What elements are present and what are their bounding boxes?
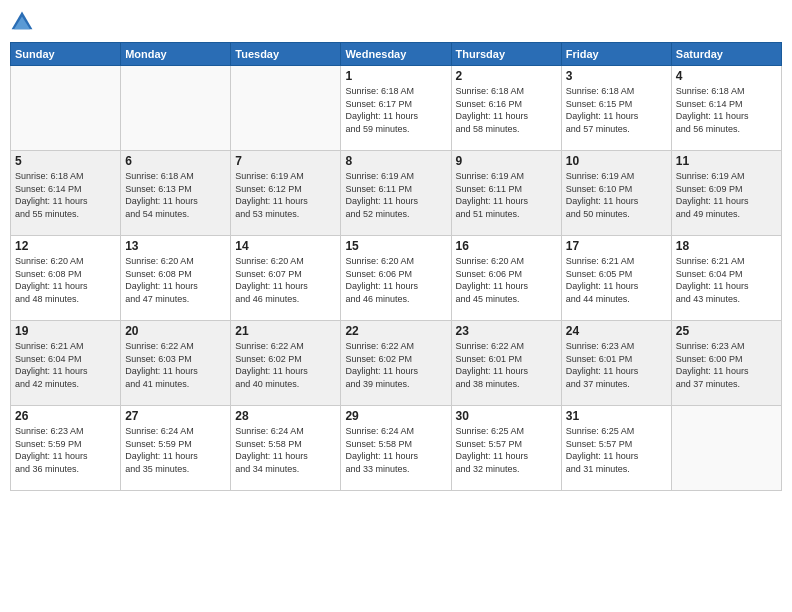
day-info: Sunrise: 6:22 AM Sunset: 6:03 PM Dayligh… (125, 340, 226, 390)
day-number: 10 (566, 154, 667, 168)
calendar-cell: 28Sunrise: 6:24 AM Sunset: 5:58 PM Dayli… (231, 406, 341, 491)
day-info: Sunrise: 6:20 AM Sunset: 6:08 PM Dayligh… (125, 255, 226, 305)
day-number: 2 (456, 69, 557, 83)
day-number: 29 (345, 409, 446, 423)
day-number: 19 (15, 324, 116, 338)
day-number: 27 (125, 409, 226, 423)
day-number: 24 (566, 324, 667, 338)
day-info: Sunrise: 6:24 AM Sunset: 5:58 PM Dayligh… (235, 425, 336, 475)
weekday-header: Saturday (671, 43, 781, 66)
day-number: 17 (566, 239, 667, 253)
calendar-cell: 12Sunrise: 6:20 AM Sunset: 6:08 PM Dayli… (11, 236, 121, 321)
day-info: Sunrise: 6:24 AM Sunset: 5:59 PM Dayligh… (125, 425, 226, 475)
calendar-cell: 3Sunrise: 6:18 AM Sunset: 6:15 PM Daylig… (561, 66, 671, 151)
calendar-cell: 26Sunrise: 6:23 AM Sunset: 5:59 PM Dayli… (11, 406, 121, 491)
calendar-header-row: SundayMondayTuesdayWednesdayThursdayFrid… (11, 43, 782, 66)
day-info: Sunrise: 6:18 AM Sunset: 6:13 PM Dayligh… (125, 170, 226, 220)
day-number: 31 (566, 409, 667, 423)
calendar-cell: 2Sunrise: 6:18 AM Sunset: 6:16 PM Daylig… (451, 66, 561, 151)
calendar-cell: 5Sunrise: 6:18 AM Sunset: 6:14 PM Daylig… (11, 151, 121, 236)
calendar-week-row: 19Sunrise: 6:21 AM Sunset: 6:04 PM Dayli… (11, 321, 782, 406)
day-info: Sunrise: 6:25 AM Sunset: 5:57 PM Dayligh… (566, 425, 667, 475)
day-info: Sunrise: 6:20 AM Sunset: 6:06 PM Dayligh… (456, 255, 557, 305)
day-number: 13 (125, 239, 226, 253)
day-info: Sunrise: 6:18 AM Sunset: 6:17 PM Dayligh… (345, 85, 446, 135)
day-number: 22 (345, 324, 446, 338)
day-info: Sunrise: 6:21 AM Sunset: 6:05 PM Dayligh… (566, 255, 667, 305)
day-info: Sunrise: 6:23 AM Sunset: 6:01 PM Dayligh… (566, 340, 667, 390)
day-info: Sunrise: 6:18 AM Sunset: 6:14 PM Dayligh… (15, 170, 116, 220)
weekday-header: Tuesday (231, 43, 341, 66)
calendar-cell: 30Sunrise: 6:25 AM Sunset: 5:57 PM Dayli… (451, 406, 561, 491)
day-info: Sunrise: 6:24 AM Sunset: 5:58 PM Dayligh… (345, 425, 446, 475)
day-info: Sunrise: 6:18 AM Sunset: 6:14 PM Dayligh… (676, 85, 777, 135)
calendar-week-row: 26Sunrise: 6:23 AM Sunset: 5:59 PM Dayli… (11, 406, 782, 491)
page: SundayMondayTuesdayWednesdayThursdayFrid… (0, 0, 792, 612)
calendar-cell: 16Sunrise: 6:20 AM Sunset: 6:06 PM Dayli… (451, 236, 561, 321)
day-number: 5 (15, 154, 116, 168)
calendar-cell: 10Sunrise: 6:19 AM Sunset: 6:10 PM Dayli… (561, 151, 671, 236)
day-info: Sunrise: 6:21 AM Sunset: 6:04 PM Dayligh… (15, 340, 116, 390)
calendar-cell (671, 406, 781, 491)
calendar-cell: 17Sunrise: 6:21 AM Sunset: 6:05 PM Dayli… (561, 236, 671, 321)
day-info: Sunrise: 6:22 AM Sunset: 6:02 PM Dayligh… (235, 340, 336, 390)
day-number: 26 (15, 409, 116, 423)
calendar-cell: 19Sunrise: 6:21 AM Sunset: 6:04 PM Dayli… (11, 321, 121, 406)
calendar-cell: 20Sunrise: 6:22 AM Sunset: 6:03 PM Dayli… (121, 321, 231, 406)
calendar-cell: 22Sunrise: 6:22 AM Sunset: 6:02 PM Dayli… (341, 321, 451, 406)
day-info: Sunrise: 6:21 AM Sunset: 6:04 PM Dayligh… (676, 255, 777, 305)
calendar-cell: 14Sunrise: 6:20 AM Sunset: 6:07 PM Dayli… (231, 236, 341, 321)
calendar-week-row: 1Sunrise: 6:18 AM Sunset: 6:17 PM Daylig… (11, 66, 782, 151)
day-number: 7 (235, 154, 336, 168)
day-number: 1 (345, 69, 446, 83)
day-number: 3 (566, 69, 667, 83)
weekday-header: Friday (561, 43, 671, 66)
day-info: Sunrise: 6:20 AM Sunset: 6:06 PM Dayligh… (345, 255, 446, 305)
day-info: Sunrise: 6:20 AM Sunset: 6:08 PM Dayligh… (15, 255, 116, 305)
day-info: Sunrise: 6:25 AM Sunset: 5:57 PM Dayligh… (456, 425, 557, 475)
calendar-cell: 27Sunrise: 6:24 AM Sunset: 5:59 PM Dayli… (121, 406, 231, 491)
calendar-cell (231, 66, 341, 151)
day-number: 15 (345, 239, 446, 253)
day-number: 21 (235, 324, 336, 338)
day-info: Sunrise: 6:19 AM Sunset: 6:11 PM Dayligh… (456, 170, 557, 220)
day-info: Sunrise: 6:20 AM Sunset: 6:07 PM Dayligh… (235, 255, 336, 305)
day-number: 12 (15, 239, 116, 253)
logo (10, 10, 36, 34)
calendar-cell: 1Sunrise: 6:18 AM Sunset: 6:17 PM Daylig… (341, 66, 451, 151)
weekday-header: Wednesday (341, 43, 451, 66)
day-info: Sunrise: 6:19 AM Sunset: 6:12 PM Dayligh… (235, 170, 336, 220)
day-info: Sunrise: 6:23 AM Sunset: 5:59 PM Dayligh… (15, 425, 116, 475)
day-number: 6 (125, 154, 226, 168)
day-info: Sunrise: 6:18 AM Sunset: 6:16 PM Dayligh… (456, 85, 557, 135)
calendar-cell: 6Sunrise: 6:18 AM Sunset: 6:13 PM Daylig… (121, 151, 231, 236)
logo-icon (10, 10, 34, 34)
day-number: 20 (125, 324, 226, 338)
calendar-cell: 9Sunrise: 6:19 AM Sunset: 6:11 PM Daylig… (451, 151, 561, 236)
day-number: 14 (235, 239, 336, 253)
calendar-cell: 24Sunrise: 6:23 AM Sunset: 6:01 PM Dayli… (561, 321, 671, 406)
day-number: 18 (676, 239, 777, 253)
calendar-cell: 11Sunrise: 6:19 AM Sunset: 6:09 PM Dayli… (671, 151, 781, 236)
day-number: 9 (456, 154, 557, 168)
calendar-week-row: 12Sunrise: 6:20 AM Sunset: 6:08 PM Dayli… (11, 236, 782, 321)
weekday-header: Monday (121, 43, 231, 66)
calendar-cell (11, 66, 121, 151)
calendar-cell: 8Sunrise: 6:19 AM Sunset: 6:11 PM Daylig… (341, 151, 451, 236)
calendar: SundayMondayTuesdayWednesdayThursdayFrid… (10, 42, 782, 491)
day-info: Sunrise: 6:23 AM Sunset: 6:00 PM Dayligh… (676, 340, 777, 390)
day-info: Sunrise: 6:22 AM Sunset: 6:02 PM Dayligh… (345, 340, 446, 390)
calendar-cell: 4Sunrise: 6:18 AM Sunset: 6:14 PM Daylig… (671, 66, 781, 151)
calendar-cell: 13Sunrise: 6:20 AM Sunset: 6:08 PM Dayli… (121, 236, 231, 321)
day-info: Sunrise: 6:22 AM Sunset: 6:01 PM Dayligh… (456, 340, 557, 390)
calendar-cell: 21Sunrise: 6:22 AM Sunset: 6:02 PM Dayli… (231, 321, 341, 406)
day-number: 23 (456, 324, 557, 338)
calendar-cell: 18Sunrise: 6:21 AM Sunset: 6:04 PM Dayli… (671, 236, 781, 321)
day-number: 11 (676, 154, 777, 168)
day-number: 25 (676, 324, 777, 338)
day-number: 16 (456, 239, 557, 253)
day-info: Sunrise: 6:19 AM Sunset: 6:10 PM Dayligh… (566, 170, 667, 220)
calendar-cell: 29Sunrise: 6:24 AM Sunset: 5:58 PM Dayli… (341, 406, 451, 491)
day-number: 8 (345, 154, 446, 168)
day-number: 4 (676, 69, 777, 83)
